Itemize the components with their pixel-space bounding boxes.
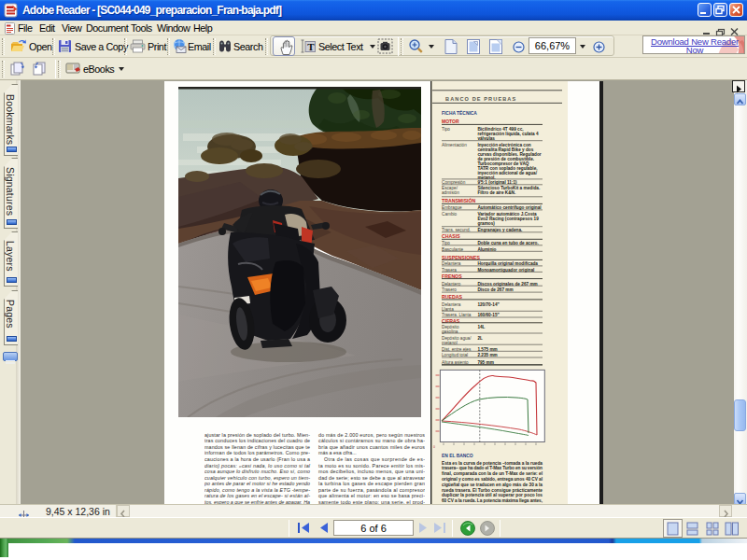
svg-text:Aluminio: Aluminio	[477, 247, 496, 252]
svg-text:BANCO DE PRUEBAS: BANCO DE PRUEBAS	[445, 96, 516, 102]
svg-text:ta moto es su sonido. Parece e: ta moto es su sonido. Parece emitir los …	[318, 463, 425, 469]
svg-text:Cambio: Cambio	[442, 212, 458, 217]
svg-text:rueda trasera. El Turbo consig: rueda trasera. El Turbo consigue práctic…	[442, 488, 543, 493]
svg-text:trasera– que ha dado el T-Max: trasera– que ha dado el T-Max Turbo en s…	[442, 466, 543, 470]
svg-text:FRENOS: FRENOS	[442, 273, 462, 279]
svg-text:Trans. secund.: Trans. secund.	[442, 228, 471, 232]
svg-text:Embrague: Embrague	[442, 205, 462, 210]
svg-text:2L: 2L	[477, 336, 483, 341]
svg-text:Disco de 267 mm: Disco de 267 mm	[477, 287, 513, 292]
svg-text:parte de su fuerza, pasándola: parte de su fuerza, pasándola al compres…	[318, 487, 425, 493]
svg-text:ajustar la presión de soplado: ajustar la presión de soplado del turbo.…	[204, 432, 310, 438]
svg-text:SUSPENSIONES: SUSPENSIONES	[442, 255, 480, 260]
svg-text:Engranajes y cadena.: Engranajes y cadena.	[477, 228, 522, 232]
svg-text:60 CV a la rueda. La potencia: 60 CV a la rueda. La potencia máxima lle…	[442, 498, 543, 503]
svg-text:FICHA TÉCNICA: FICHA TÉCNICA	[442, 109, 477, 116]
svg-text:14L: 14L	[477, 325, 485, 329]
svg-text:la turbina los gases de escape: la turbina los gases de escape pierden g…	[318, 481, 425, 486]
svg-text:Esta es la curva de potencia –: Esta es la curva de potencia –tomada a l…	[442, 461, 543, 466]
svg-text:Discos originales de 267 mm: Discos originales de 267 mm	[477, 282, 537, 287]
svg-text:Trasero: Trasero	[442, 287, 457, 292]
svg-text:Otra de las cosas que sorprend: Otra de las cosas que sorprende de es-	[324, 456, 425, 462]
svg-text:TRANSMISIÓN: TRANSMISIÓN	[442, 197, 476, 203]
svg-text:0: 0	[433, 445, 435, 449]
svg-text:RUEDAS: RUEDAS	[442, 294, 462, 300]
svg-text:más a esa cifra...: más a esa cifra...	[318, 450, 357, 455]
svg-text:admisión: admisión	[442, 190, 459, 195]
svg-text:Filtro de aire K&N.: Filtro de aire K&N.	[477, 190, 515, 195]
svg-text:MOTOR: MOTOR	[442, 119, 459, 124]
svg-text:final, comparada con la de un: final, comparada con la de un T-Max de s…	[442, 471, 543, 476]
svg-text:Basculante: Basculante	[442, 247, 464, 252]
svg-text:cosa aunque lo disfruto mucho.: cosa aunque lo disfruto mucho. Eso sí, c…	[204, 469, 310, 474]
svg-text:duplicar la potencia útil al s: duplicar la potencia útil al superar por…	[442, 493, 543, 497]
svg-text:mos decibelios, incluso menos,: mos decibelios, incluso menos, que una u…	[318, 469, 425, 474]
svg-text:gramos): gramos)	[477, 221, 495, 226]
svg-text:CHASIS: CHASIS	[442, 233, 460, 239]
svg-text:Doble cuna en tubo de acero.: Doble cuna en tubo de acero.	[477, 241, 538, 245]
svg-text:de presión de combustible.: de presión de combustible.	[477, 157, 534, 161]
svg-text:informan de todos los parámetr: informan de todos los parámetros. Como p…	[204, 450, 310, 455]
svg-text:bría que añadir unos cuantos m: bría que añadir unos cuantos miles de eu…	[318, 444, 425, 450]
svg-text:cigüeñal que se traducen en al: cigüeñal que se traducen en algo más de …	[442, 483, 543, 487]
svg-text:Delantero: Delantero	[442, 282, 461, 287]
svg-text:795 mm: 795 mm	[477, 360, 493, 365]
svg-text:Tipo: Tipo	[442, 241, 450, 245]
svg-text:Tipo: Tipo	[442, 127, 450, 132]
svg-text:Altura asiento: Altura asiento	[442, 360, 469, 365]
svg-text:que alimenta el motor: en eso: que alimenta el motor: en eso se basa pr…	[318, 493, 425, 498]
svg-text:original y como es sabido, ent: original y como es sabido, entrega unos …	[442, 477, 543, 482]
svg-text:Alimentación: Alimentación	[442, 143, 467, 147]
svg-text:120/70-14″: 120/70-14″	[477, 302, 500, 307]
svg-text:EN EL BANCO: EN EL BANCO	[442, 454, 473, 458]
svg-text:cualquier vehículo con turbo,: cualquier vehículo con turbo, espero un …	[204, 475, 310, 481]
svg-text:mandos se llenan de cifras y l: mandos se llenan de cifras y lucecitas q…	[204, 444, 310, 450]
svg-text:cauciones a la hora de usarlo: cauciones a la hora de usarlo (Fran lo u…	[204, 456, 310, 462]
svg-text:po antes de parar el motor si: po antes de parar el motor si he estado …	[204, 481, 310, 486]
svg-text:Automático centrífugo original: Automático centrífugo original	[477, 205, 541, 210]
svg-text:dad de serie; esto se debe a q: dad de serie; esto se debe a que al atra…	[318, 475, 425, 481]
svg-text:gasolina: gasolina	[442, 329, 458, 334]
svg-text:T: T	[307, 41, 315, 52]
svg-text:cálculos si contáramos su mano: cálculos si contáramos su mano de obra h…	[318, 438, 425, 443]
svg-text:rápido, como tengo a la vista: rápido, como tengo a la vista la ETG -te…	[204, 487, 310, 493]
svg-text:do más de 2.000 euros, pero se: do más de 2.000 euros, pero según nuestr…	[318, 432, 425, 438]
svg-text:ratura de los gases en el esca: ratura de los gases en el escape- si est…	[204, 493, 310, 498]
svg-text:diario) pocas: «casi nada, lo: diario) pocas: «casi nada, lo uso como s…	[204, 463, 311, 469]
svg-text:tras conduces los indicaciones: tras conduces los indicaciones del cuadr…	[204, 438, 310, 443]
